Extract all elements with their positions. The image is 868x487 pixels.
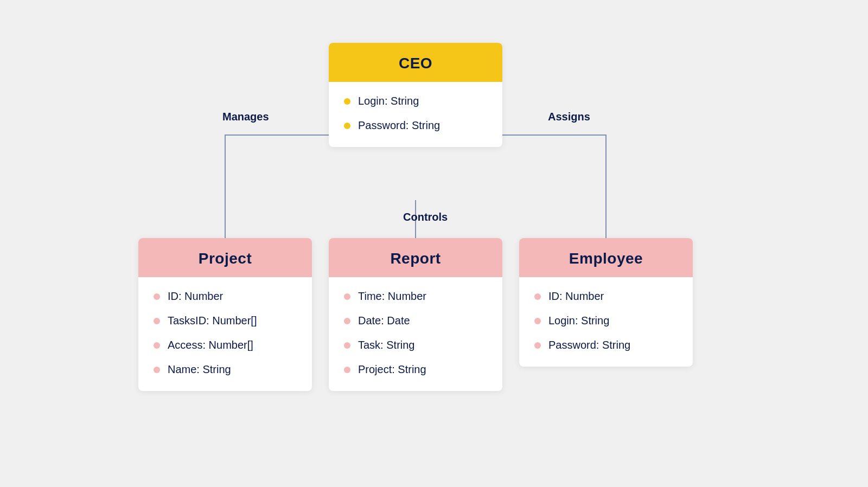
ceo-bullet-1 (344, 123, 350, 129)
report-field-2: Task: String (344, 339, 487, 351)
project-header: Project (138, 238, 312, 277)
ceo-field-label-0: Login: String (358, 95, 419, 107)
report-bullet-2 (344, 342, 350, 349)
project-body: ID: Number TasksID: Number[] Access: Num… (138, 277, 312, 391)
report-field-label-1: Date: Date (358, 315, 410, 327)
employee-field-0: ID: Number (534, 290, 678, 303)
employee-card: Employee ID: Number Login: String Passwo… (519, 238, 693, 367)
project-bullet-2 (154, 342, 160, 349)
employee-field-label-0: ID: Number (548, 290, 604, 303)
employee-bullet-1 (534, 318, 541, 324)
report-bullet-1 (344, 318, 350, 324)
ceo-field-0: Login: String (344, 95, 487, 107)
report-card: Report Time: Number Date: Date Task: Str… (329, 238, 502, 391)
ceo-card: CEO Login: String Password: String (329, 43, 502, 147)
project-field-0: ID: Number (154, 290, 297, 303)
report-body: Time: Number Date: Date Task: String Pro… (329, 277, 502, 391)
assigns-line (502, 135, 606, 238)
report-field-0: Time: Number (344, 290, 487, 303)
report-field-label-0: Time: Number (358, 290, 426, 303)
employee-field-label-1: Login: String (548, 315, 609, 327)
project-bullet-1 (154, 318, 160, 324)
project-field-3: Name: String (154, 363, 297, 376)
report-field-label-3: Project: String (358, 363, 426, 376)
report-bullet-3 (344, 367, 350, 373)
report-field-label-2: Task: String (358, 339, 414, 351)
ceo-title: CEO (399, 55, 432, 72)
employee-header: Employee (519, 238, 693, 277)
project-card: Project ID: Number TasksID: Number[] Acc… (138, 238, 312, 391)
employee-title: Employee (569, 250, 643, 267)
report-title: Report (390, 250, 441, 267)
project-field-label-1: TasksID: Number[] (168, 315, 257, 327)
ceo-field-label-1: Password: String (358, 119, 440, 132)
ceo-bullet-0 (344, 98, 350, 105)
manages-line (225, 135, 329, 238)
project-field-2: Access: Number[] (154, 339, 297, 351)
project-bullet-3 (154, 367, 160, 373)
employee-field-2: Password: String (534, 339, 678, 351)
manages-label: Manages (222, 111, 269, 123)
project-field-label-3: Name: String (168, 363, 231, 376)
assigns-label: Assigns (548, 111, 590, 123)
ceo-body: Login: String Password: String (329, 82, 502, 147)
employee-field-label-2: Password: String (548, 339, 630, 351)
controls-label: Controls (403, 211, 448, 223)
project-field-label-0: ID: Number (168, 290, 223, 303)
employee-body: ID: Number Login: String Password: Strin… (519, 277, 693, 367)
diagram: Manages Assigns Controls CEO Login: Stri… (54, 21, 814, 466)
report-bullet-0 (344, 293, 350, 300)
ceo-header: CEO (329, 43, 502, 82)
employee-bullet-2 (534, 342, 541, 349)
report-field-1: Date: Date (344, 315, 487, 327)
employee-bullet-0 (534, 293, 541, 300)
report-header: Report (329, 238, 502, 277)
project-bullet-0 (154, 293, 160, 300)
employee-field-1: Login: String (534, 315, 678, 327)
project-title: Project (199, 250, 252, 267)
report-field-3: Project: String (344, 363, 487, 376)
project-field-1: TasksID: Number[] (154, 315, 297, 327)
ceo-field-1: Password: String (344, 119, 487, 132)
project-field-label-2: Access: Number[] (168, 339, 253, 351)
